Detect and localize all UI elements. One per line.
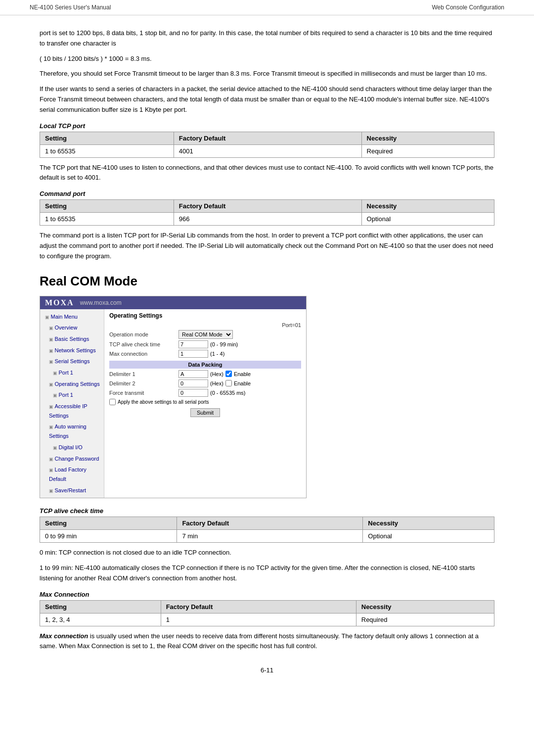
- max-conn-default: 1: [161, 613, 356, 626]
- max-col-3: Necessity: [356, 600, 494, 613]
- sidebar-save-restart[interactable]: Save/Restart: [40, 485, 104, 496]
- tcp-col-3: Necessity: [363, 517, 494, 530]
- section-title: Real COM Mode: [40, 274, 494, 289]
- sidebar-serial-settings[interactable]: Serial Settings: [40, 356, 104, 367]
- delimiter2-value-area: (Hex) Enable: [178, 379, 251, 387]
- sidebar-main-menu[interactable]: Main Menu: [40, 311, 104, 323]
- delimiter1-row: Delimiter 1 (Hex) Enable: [109, 370, 301, 378]
- cmd-port-desc: The command port is a listen TCP port fo…: [40, 231, 494, 261]
- apply-row: Apply the above settings to all serial p…: [109, 399, 301, 405]
- tcp-alive-input[interactable]: [178, 340, 208, 348]
- sidebar-overview[interactable]: Overview: [40, 322, 104, 333]
- max-conn-input[interactable]: [178, 350, 208, 358]
- force-transmit-input[interactable]: [178, 389, 208, 397]
- header-left: NE-4100 Series User's Manual: [30, 4, 111, 11]
- sidebar-operating-settings[interactable]: Operating Settings: [40, 378, 104, 390]
- screenshot-sidebar: Main Menu Overview Basic Settings Networ…: [40, 309, 104, 498]
- moxa-url: www.moxa.com: [80, 299, 122, 306]
- tcp-alive-section-label: TCP alive check time: [40, 507, 494, 515]
- max-conn-desc-text: is usually used when the user needs to r…: [40, 632, 479, 650]
- submit-button[interactable]: Submit: [190, 408, 220, 417]
- screenshot-header: MOXA www.moxa.com: [40, 296, 306, 309]
- sidebar-accessible-ip[interactable]: Accessible IP Settings: [40, 401, 104, 421]
- sidebar-op-port1[interactable]: Port 1: [40, 389, 104, 401]
- max-col-1: Setting: [40, 600, 161, 613]
- delimiter1-value-area: (Hex) Enable: [178, 370, 251, 378]
- cmd-default: 966: [174, 213, 361, 226]
- delimiter1-input[interactable]: [178, 370, 208, 378]
- command-port-table: Setting Factory Default Necessity 1 to 6…: [40, 199, 494, 226]
- tcp-alive-label: TCP alive check time: [109, 341, 178, 347]
- screenshot-main: Operating Settings Port=01 Operation mod…: [104, 309, 306, 498]
- delimiter1-enable: Enable: [234, 371, 251, 377]
- operation-mode-row: Operation mode Real COM Mode: [109, 330, 301, 339]
- max-conn-section-label: Max Connection: [40, 591, 494, 598]
- sidebar-network-settings[interactable]: Network Settings: [40, 345, 104, 356]
- local-tcp-row: 1 to 65535 4001 Required: [40, 144, 494, 157]
- tcp-alive-desc-2: 1 to 99 min: NE-4100 automatically close…: [40, 563, 494, 584]
- cmd-necessity: Optional: [361, 213, 494, 226]
- delimiter2-enable: Enable: [234, 380, 251, 386]
- sidebar-serial-port1[interactable]: Port 1: [40, 367, 104, 378]
- force-transmit-range: (0 - 65535 ms): [210, 390, 246, 396]
- delimiter2-input[interactable]: [178, 379, 208, 387]
- tcp-alive-value-area: (0 - 99 min): [178, 340, 238, 348]
- delimiter1-checkbox[interactable]: [225, 371, 232, 377]
- sidebar-digital-io[interactable]: Digital I/O: [40, 442, 104, 453]
- tcp-alive-data-row: 0 to 99 min 7 min Optional: [40, 530, 494, 543]
- delimiter1-hex: (Hex): [210, 371, 223, 377]
- local-tcp-col-1: Setting: [40, 132, 174, 144]
- tcp-col-2: Factory Default: [177, 517, 363, 530]
- op-settings-title: Operating Settings: [109, 312, 301, 319]
- local-tcp-necessity: Required: [361, 144, 494, 157]
- delimiter2-checkbox[interactable]: [225, 380, 232, 386]
- data-packing-header: Data Packing: [109, 361, 301, 369]
- tcp-alive-desc-1: 0 min: TCP connection is not closed due …: [40, 548, 494, 558]
- screenshot-box: MOXA www.moxa.com Main Menu Overview Bas…: [40, 296, 307, 499]
- force-transmit-value-area: (0 - 65535 ms): [178, 389, 246, 397]
- sidebar-auto-warning[interactable]: Auto warning Settings: [40, 421, 104, 441]
- max-col-2: Factory Default: [161, 600, 356, 613]
- max-conn-data-row: 1, 2, 3, 4 1 Required: [40, 613, 494, 626]
- local-tcp-table: Setting Factory Default Necessity 1 to 6…: [40, 132, 494, 158]
- max-conn-necessity: Required: [356, 613, 494, 626]
- command-port-label: Command port: [40, 190, 494, 197]
- cmd-col-3: Necessity: [361, 200, 494, 213]
- op-mode-select[interactable]: Real COM Mode: [178, 330, 233, 339]
- max-conn-table: Setting Factory Default Necessity 1, 2, …: [40, 600, 494, 626]
- cmd-setting: 1 to 65535: [40, 213, 174, 226]
- moxa-logo: MOXA: [45, 298, 74, 307]
- max-conn-row: Max connection (1 - 4): [109, 350, 301, 358]
- screenshot-body: Main Menu Overview Basic Settings Networ…: [40, 309, 306, 498]
- force-transmit-row: Force transmit (0 - 65535 ms): [109, 389, 301, 397]
- page-number: 6-11: [40, 666, 494, 674]
- cmd-col-1: Setting: [40, 200, 174, 213]
- sidebar-change-password[interactable]: Change Password: [40, 453, 104, 465]
- header-right: Web Console Configuration: [432, 4, 504, 11]
- op-mode-label: Operation mode: [109, 331, 178, 337]
- force-transmit-label: Force transmit: [109, 390, 178, 396]
- intro-para-4: If the user wants to send a series of ch…: [40, 84, 494, 115]
- max-conn-setting: 1, 2, 3, 4: [40, 613, 161, 626]
- delimiter2-label: Delimiter 2: [109, 380, 178, 386]
- delimiter2-hex: (Hex): [210, 380, 223, 386]
- max-conn-desc: Max connection is usually used when the …: [40, 631, 494, 652]
- apply-label: Apply the above settings to all serial p…: [118, 399, 209, 405]
- intro-para-2: ( 10 bits / 1200 bits/s ) * 1000 = 8.3 m…: [40, 54, 494, 64]
- page-content: port is set to 1200 bps, 8 data bits, 1 …: [0, 23, 534, 694]
- port-label: Port=01: [109, 322, 301, 328]
- tcp-alive-necessity: Optional: [363, 530, 494, 543]
- max-conn-label: Max connection: [109, 351, 178, 357]
- sidebar-load-factory[interactable]: Load Factory Default: [40, 464, 104, 484]
- max-conn-range: (1 - 4): [210, 351, 224, 357]
- apply-checkbox[interactable]: [109, 399, 116, 405]
- intro-para-1: port is set to 1200 bps, 8 data bits, 1 …: [40, 28, 494, 49]
- local-tcp-default: 4001: [174, 144, 361, 157]
- tcp-alive-range: (0 - 99 min): [210, 341, 238, 347]
- cmd-col-2: Factory Default: [174, 200, 361, 213]
- local-tcp-col-3: Necessity: [361, 132, 494, 144]
- local-tcp-setting: 1 to 65535: [40, 144, 174, 157]
- sidebar-basic-settings[interactable]: Basic Settings: [40, 333, 104, 345]
- tcp-alive-table: Setting Factory Default Necessity 0 to 9…: [40, 517, 494, 543]
- page-header: NE-4100 Series User's Manual Web Console…: [0, 0, 534, 15]
